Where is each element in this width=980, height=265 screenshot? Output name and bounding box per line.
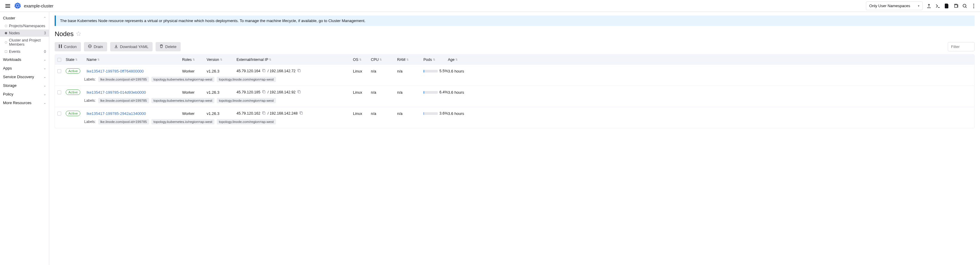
copy-config-icon[interactable] <box>953 3 958 9</box>
label-chip: lke.linode.com/pool-id=199785 <box>98 98 149 103</box>
copy-icon[interactable] <box>262 90 266 95</box>
chevron-down-icon: ▾ <box>918 4 920 8</box>
copy-icon[interactable] <box>262 111 266 116</box>
delete-button[interactable]: Delete <box>156 42 181 51</box>
copy-icon[interactable] <box>299 111 303 116</box>
svg-rect-8 <box>955 5 957 8</box>
svg-rect-20 <box>263 112 265 114</box>
sidebar-item[interactable]: Events0 <box>0 48 49 55</box>
favorite-star-icon[interactable] <box>76 31 81 37</box>
dot-icon <box>5 41 7 44</box>
col-pods[interactable]: Pods⇅ <box>423 57 448 62</box>
dot-icon <box>5 32 7 34</box>
col-cpu[interactable]: CPU⇅ <box>371 57 397 62</box>
row-checkbox[interactable] <box>57 112 61 116</box>
col-ram[interactable]: RAM⇅ <box>397 57 423 62</box>
state-badge: Active <box>66 68 80 74</box>
pods-progress-bar <box>423 70 438 73</box>
state-badge: Active <box>66 111 80 116</box>
copy-icon[interactable] <box>262 69 266 73</box>
sidebar: Cluster⌃Projects/NamespacesNodes3Cluster… <box>0 12 49 265</box>
node-name-link[interactable]: lke135417-199785-2942a1340000 <box>87 111 146 116</box>
svg-rect-21 <box>301 112 302 114</box>
labels-prefix: Labels: <box>84 77 96 81</box>
menu-toggle-icon[interactable] <box>3 2 12 10</box>
sidebar-item-count: 0 <box>44 49 46 54</box>
cluster-name[interactable]: example-cluster <box>24 3 53 8</box>
col-state[interactable]: State⇅ <box>66 57 87 62</box>
os-cell: Linux <box>353 69 371 73</box>
pause-icon <box>59 44 62 49</box>
ip-cell: 45.79.120.162 / 192.168.142.248 <box>237 111 353 116</box>
terminal-icon[interactable] <box>935 3 940 9</box>
node-name-link[interactable]: lke135417-199785-014d93eb0000 <box>87 90 146 95</box>
ram-cell: n/a <box>397 111 423 116</box>
svg-rect-18 <box>263 91 265 93</box>
download-yaml-button[interactable]: Download YAML <box>110 42 153 51</box>
sidebar-item[interactable]: Cluster and Project Members <box>0 37 49 48</box>
sidebar-item-label: Events <box>9 49 20 54</box>
sidebar-item-label: Nodes <box>9 31 20 35</box>
search-icon[interactable] <box>962 3 967 9</box>
svg-point-10 <box>974 3 974 5</box>
row-checkbox[interactable] <box>57 69 61 73</box>
sidebar-section[interactable]: Workloads⌄ <box>0 55 49 64</box>
sort-icon: ⇅ <box>455 58 458 61</box>
sidebar-section[interactable]: More Resources⌄ <box>0 98 49 107</box>
drain-button[interactable]: Drain <box>84 42 107 51</box>
sidebar-section[interactable]: Cluster⌃ <box>0 14 49 22</box>
pods-progress-bar <box>423 91 438 94</box>
sidebar-section[interactable]: Service Discovery⌄ <box>0 73 49 81</box>
col-roles[interactable]: Roles⇅ <box>182 57 207 62</box>
label-chip: topology.kubernetes.io/region=ap-west <box>151 119 215 124</box>
sidebar-item-label: Cluster and Project Members <box>9 38 46 46</box>
sidebar-section[interactable]: Apps⌄ <box>0 64 49 73</box>
svg-rect-14 <box>61 44 62 48</box>
os-cell: Linux <box>353 111 371 116</box>
kubernetes-logo-icon <box>14 2 21 10</box>
row-checkbox[interactable] <box>57 90 61 94</box>
copy-icon[interactable] <box>298 69 301 73</box>
sidebar-section[interactable]: Policy⌄ <box>0 90 49 98</box>
svg-point-11 <box>974 5 974 6</box>
nodes-table: State⇅ Name⇅ Roles⇅ Version⇅ External/In… <box>55 54 975 129</box>
chevron-icon: ⌄ <box>44 84 46 87</box>
label-chip: topology.linode.com/region=ap-west <box>217 77 276 82</box>
version-cell: v1.26.3 <box>207 111 237 116</box>
pods-cell: 5.5% <box>423 69 448 73</box>
chevron-icon: ⌄ <box>44 58 46 61</box>
filter-input[interactable] <box>948 42 975 51</box>
table-header: State⇅ Name⇅ Roles⇅ Version⇅ External/In… <box>55 55 974 65</box>
roles-cell: Worker <box>182 111 207 116</box>
sidebar-section[interactable]: Storage⌄ <box>0 81 49 90</box>
sidebar-item[interactable]: Nodes3 <box>0 30 49 37</box>
namespace-selector-label: Only User Namespaces <box>869 3 910 8</box>
roles-cell: Worker <box>182 90 207 95</box>
upload-icon[interactable] <box>926 3 932 9</box>
chevron-icon: ⌄ <box>44 92 46 96</box>
sort-icon: ⇅ <box>75 58 78 61</box>
download-icon <box>115 44 118 49</box>
copy-icon[interactable] <box>298 90 301 95</box>
cpu-cell: n/a <box>371 111 397 116</box>
select-all-checkbox[interactable] <box>57 58 61 62</box>
label-chip: lke.linode.com/pool-id=199785 <box>98 77 149 82</box>
page-title: Nodes <box>55 30 74 38</box>
svg-rect-17 <box>298 70 301 72</box>
sort-icon: ⇅ <box>269 58 271 61</box>
sidebar-item[interactable]: Projects/Namespaces <box>0 22 49 30</box>
more-menu-icon[interactable] <box>971 3 977 9</box>
file-icon[interactable] <box>944 3 950 9</box>
ip-cell: 45.79.120.185 / 192.168.142.92 <box>237 90 353 95</box>
info-banner: The base Kubernetes Node resource repres… <box>55 16 975 26</box>
col-name[interactable]: Name⇅ <box>87 57 182 62</box>
pods-progress-bar <box>423 112 438 115</box>
node-name-link[interactable]: lke135417-199785-0ff764800000 <box>87 69 144 73</box>
col-ip[interactable]: External/Internal IP⇅ <box>237 57 353 62</box>
col-age[interactable]: Age⇅ <box>448 57 472 62</box>
col-version[interactable]: Version⇅ <box>207 57 237 62</box>
col-os[interactable]: OS⇅ <box>353 57 371 62</box>
namespace-selector[interactable]: Only User Namespaces ▾ <box>866 2 923 10</box>
age-cell: 3.6 hours <box>448 69 472 73</box>
cordon-button[interactable]: Cordon <box>55 42 81 51</box>
